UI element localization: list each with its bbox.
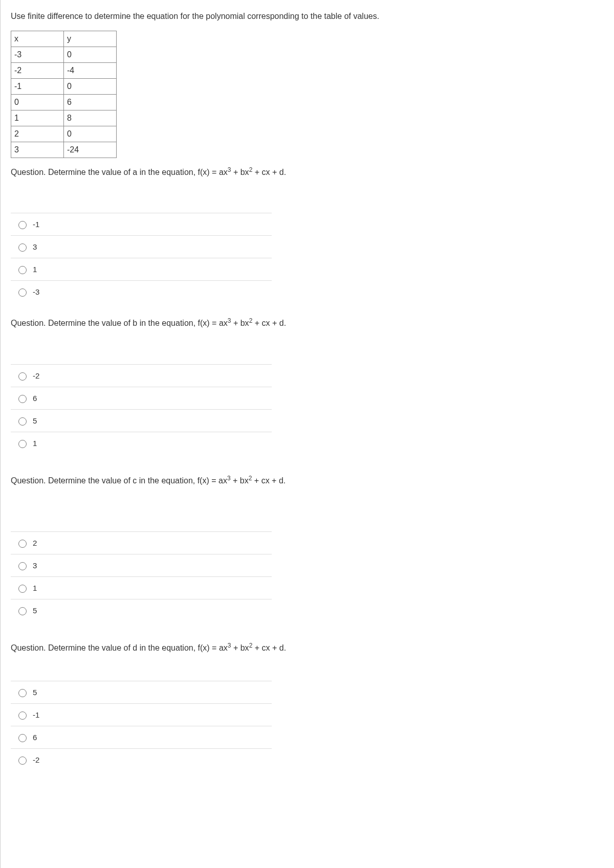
question-b-prompt: Question. Determine the value of b in th…	[11, 317, 604, 328]
cell-y: 0	[64, 126, 117, 142]
cell-x: -2	[11, 63, 64, 79]
cell-y: -24	[64, 142, 117, 158]
option-row[interactable]: -1	[11, 213, 272, 235]
q-text: Question. Determine the value of c in th…	[11, 476, 227, 485]
cell-x: 2	[11, 126, 64, 142]
radio-input[interactable]	[18, 395, 27, 403]
cell-y: 8	[64, 110, 117, 126]
q-text: + cx + d.	[252, 476, 286, 485]
option-label: -1	[33, 710, 39, 719]
option-label: -2	[33, 755, 39, 764]
radio-input[interactable]	[18, 221, 27, 229]
table-row: -2-4	[11, 63, 117, 79]
question-d-options: 5 -1 6 -2	[11, 681, 272, 771]
option-row[interactable]: 1	[11, 258, 272, 280]
option-label: 5	[33, 606, 37, 615]
radio-input[interactable]	[18, 711, 27, 720]
table-row: -30	[11, 47, 117, 63]
option-row[interactable]: -1	[11, 703, 272, 726]
q-text: + bx	[231, 319, 249, 328]
option-row[interactable]: 1	[11, 432, 272, 454]
radio-input[interactable]	[18, 756, 27, 765]
option-row[interactable]: 1	[11, 576, 272, 599]
q-text: + bx	[231, 476, 249, 485]
question-b-options: -2 6 5 1	[11, 364, 272, 454]
question-c-prompt: Question. Determine the value of c in th…	[11, 475, 604, 485]
table-row: 06	[11, 95, 117, 110]
radio-input[interactable]	[18, 288, 27, 297]
q-text: + cx + d.	[252, 643, 286, 652]
radio-input[interactable]	[18, 562, 27, 570]
option-row[interactable]: -2	[11, 364, 272, 387]
radio-input[interactable]	[18, 689, 27, 697]
q-text: + cx + d.	[252, 168, 286, 176]
q-text: + bx	[231, 168, 249, 176]
sup3: 3	[227, 475, 231, 482]
question-a-prompt: Question. Determine the value of a in th…	[11, 166, 604, 177]
cell-x: 0	[11, 95, 64, 110]
option-row[interactable]: -3	[11, 280, 272, 303]
option-row[interactable]: 5	[11, 409, 272, 432]
question-a-options: -1 3 1 -3	[11, 213, 272, 303]
option-row[interactable]: 5	[11, 599, 272, 621]
option-label: 6	[33, 394, 37, 403]
option-row[interactable]: 6	[11, 387, 272, 409]
cell-y: 0	[64, 79, 117, 95]
option-row[interactable]: 5	[11, 681, 272, 703]
radio-input[interactable]	[18, 372, 27, 381]
option-label: 2	[33, 539, 37, 547]
option-label: 1	[33, 265, 37, 274]
question-d-prompt: Question. Determine the value of d in th…	[11, 642, 604, 653]
cell-x: 3	[11, 142, 64, 158]
radio-input[interactable]	[18, 607, 27, 615]
radio-input[interactable]	[18, 440, 27, 448]
table-header-x: x	[11, 31, 64, 47]
cell-x: 1	[11, 110, 64, 126]
option-label: -1	[33, 220, 39, 229]
radio-input[interactable]	[18, 417, 27, 426]
option-label: 5	[33, 416, 37, 425]
option-label: 1	[33, 584, 37, 592]
cell-y: 0	[64, 47, 117, 63]
q-text: Question. Determine the value of b in th…	[11, 319, 228, 328]
option-label: 6	[33, 733, 37, 742]
table-header-row: x y	[11, 31, 117, 47]
radio-input[interactable]	[18, 266, 27, 274]
q-text: + bx	[231, 643, 249, 652]
option-label: 5	[33, 688, 37, 697]
q-text: + cx + d.	[252, 319, 286, 328]
option-row[interactable]: 3	[11, 235, 272, 258]
option-label: 1	[33, 439, 37, 448]
cell-x: -3	[11, 47, 64, 63]
option-row[interactable]: -2	[11, 748, 272, 771]
option-label: 3	[33, 242, 37, 251]
table-row: -10	[11, 79, 117, 95]
table-header-y: y	[64, 31, 117, 47]
table-row: 3-24	[11, 142, 117, 158]
q-text: Question. Determine the value of a in th…	[11, 168, 228, 176]
intro-text: Use finite difference to determine the e…	[11, 10, 420, 23]
radio-input[interactable]	[18, 585, 27, 593]
table-row: 18	[11, 110, 117, 126]
option-row[interactable]: 6	[11, 726, 272, 748]
option-label: -3	[33, 287, 39, 296]
radio-input[interactable]	[18, 243, 27, 252]
radio-input[interactable]	[18, 540, 27, 548]
q-text: Question. Determine the value of d in th…	[11, 643, 228, 652]
option-label: -2	[33, 371, 39, 380]
xy-table: x y -30 -2-4 -10 06 18 20 3-24	[11, 31, 117, 158]
cell-y: -4	[64, 63, 117, 79]
option-row[interactable]: 2	[11, 531, 272, 554]
radio-input[interactable]	[18, 734, 27, 742]
cell-x: -1	[11, 79, 64, 95]
option-row[interactable]: 3	[11, 554, 272, 576]
table-row: 20	[11, 126, 117, 142]
option-label: 3	[33, 561, 37, 570]
cell-y: 6	[64, 95, 117, 110]
question-c-options: 2 3 1 5	[11, 531, 272, 621]
